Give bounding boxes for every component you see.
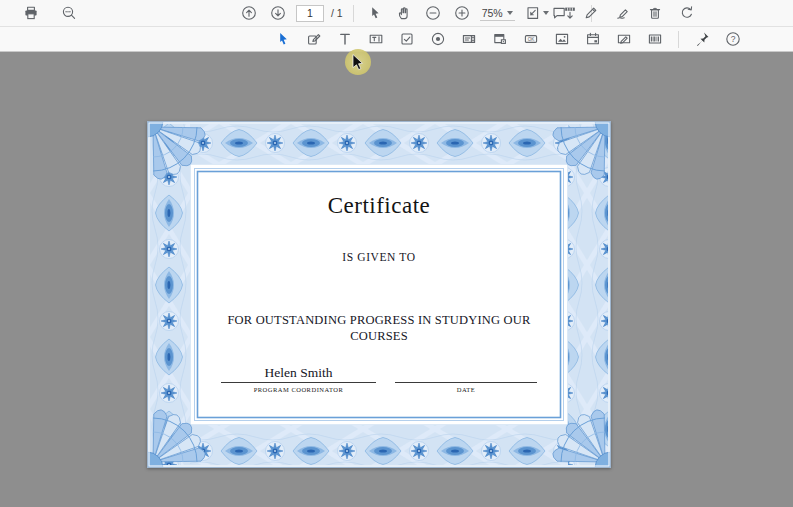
zoom-level-value: 75% <box>482 7 503 19</box>
search-button[interactable] <box>58 2 80 24</box>
sign-icon <box>615 5 631 21</box>
printer-icon <box>23 5 39 21</box>
certificate-content: Certificate IS GIVEN TO FOR OUTSTANDING … <box>200 174 558 415</box>
forms-select-tool-button[interactable] <box>272 28 294 50</box>
keep-tool-selected-button[interactable] <box>691 28 713 50</box>
text-field-icon <box>368 31 384 47</box>
date-block: DATE <box>395 365 537 394</box>
button-field-label: OK <box>528 37 536 42</box>
sign-button[interactable] <box>612 2 634 24</box>
image-field-icon <box>554 31 570 47</box>
toolbar-primary: / 1 75% <box>0 0 793 27</box>
delete-button[interactable] <box>644 2 666 24</box>
toolbar-divider <box>353 5 354 22</box>
radio-field-icon <box>430 31 446 47</box>
select-cursor-icon <box>367 5 383 21</box>
listbox-field-icon <box>492 31 508 47</box>
signature-name: Helen Smith <box>221 365 376 381</box>
dropdown-field-button[interactable] <box>458 28 480 50</box>
trash-icon <box>647 5 663 21</box>
draw-button[interactable] <box>580 2 602 24</box>
zoom-level-dropdown[interactable]: 75% <box>480 6 515 21</box>
pencil-icon <box>583 5 599 21</box>
search-icon <box>61 5 77 21</box>
button-field-button[interactable]: OK <box>520 28 542 50</box>
toolbar-divider <box>678 31 679 48</box>
barcode-field-button[interactable] <box>644 28 666 50</box>
page-fit-icon <box>525 5 541 21</box>
page-count-label: / 1 <box>331 7 343 19</box>
page-up-button[interactable] <box>238 2 260 24</box>
comment-button[interactable] <box>548 2 570 24</box>
zoom-out-icon <box>425 5 441 21</box>
toolbar-forms: OK <box>0 27 793 52</box>
coordinator-signature-block: Helen Smith PROGRAM COORDINATOR <box>221 365 376 394</box>
checkbox-field-icon <box>399 31 415 47</box>
text-field-button[interactable] <box>365 28 387 50</box>
pin-icon <box>694 31 710 47</box>
undo-button[interactable] <box>676 2 698 24</box>
select-cursor-icon <box>275 31 291 47</box>
button-field-icon: OK <box>523 31 539 47</box>
zoom-menu-caret <box>507 11 513 15</box>
signature-title-label: PROGRAM COORDINATOR <box>221 383 376 394</box>
hand-tool-icon <box>396 5 412 21</box>
checkbox-field-button[interactable] <box>396 28 418 50</box>
dropdown-field-icon <box>461 31 477 47</box>
add-text-button[interactable] <box>334 28 356 50</box>
signature-field-icon <box>616 31 632 47</box>
page-up-icon <box>241 5 257 21</box>
page-down-button[interactable] <box>267 2 289 24</box>
certificate-body-text: FOR OUTSTANDING PROGRESS IN STUDYING OUR… <box>200 312 558 344</box>
edit-fields-button[interactable] <box>303 28 325 50</box>
mouse-cursor <box>352 54 366 76</box>
help-glyph: ? <box>731 34 736 44</box>
print-button[interactable] <box>20 2 42 24</box>
date-field-icon <box>585 31 601 47</box>
add-text-icon <box>337 31 353 47</box>
edit-fields-icon <box>306 31 322 47</box>
zoom-in-button[interactable] <box>451 2 473 24</box>
listbox-field-button[interactable] <box>489 28 511 50</box>
certificate-given-to-label: IS GIVEN TO <box>200 250 558 264</box>
comment-icon <box>551 5 567 21</box>
help-button[interactable]: ? <box>722 28 744 50</box>
page-down-icon <box>270 5 286 21</box>
date-value-space <box>395 365 537 381</box>
signature-field-button[interactable] <box>613 28 635 50</box>
zoom-out-button[interactable] <box>422 2 444 24</box>
select-tool-button[interactable] <box>364 2 386 24</box>
radio-field-button[interactable] <box>427 28 449 50</box>
signature-row: Helen Smith PROGRAM COORDINATOR DATE <box>200 365 558 394</box>
undo-icon <box>679 5 695 21</box>
page-number-input[interactable] <box>296 5 324 22</box>
zoom-in-icon <box>454 5 470 21</box>
certificate-page: Certificate IS GIVEN TO FOR OUTSTANDING … <box>147 121 611 468</box>
help-icon: ? <box>725 31 741 47</box>
hand-tool-button[interactable] <box>393 2 415 24</box>
barcode-field-icon <box>647 31 663 47</box>
certificate-title: Certificate <box>200 192 558 220</box>
date-field-button[interactable] <box>582 28 604 50</box>
image-field-button[interactable] <box>551 28 573 50</box>
date-label: DATE <box>395 383 537 394</box>
